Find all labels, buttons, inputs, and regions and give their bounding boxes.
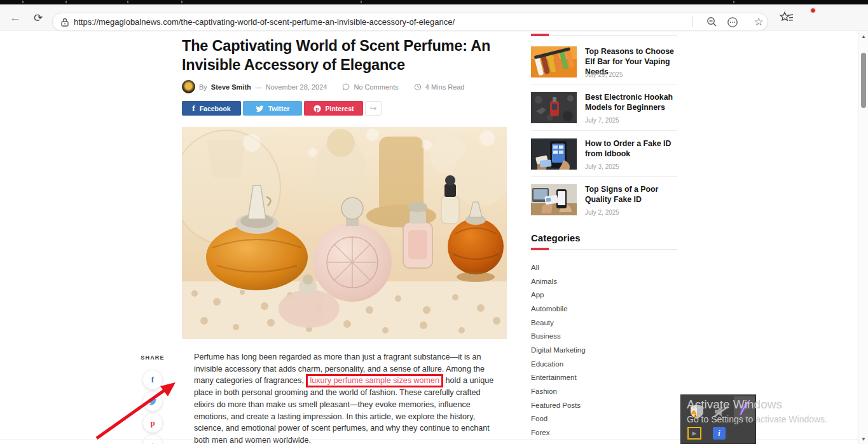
url-bar[interactable]: https://megaglobalnews.com/the-captivati… bbox=[52, 13, 768, 31]
category-link[interactable]: Automobile bbox=[531, 302, 677, 316]
browser-toolbar: ← ⟳ https://megaglobalnews.com/the-capti… bbox=[0, 4, 868, 30]
article-title: The Captivating World of Scent Perfume: … bbox=[182, 36, 503, 74]
keyword-link[interactable]: luxury perfume sample sizes women bbox=[306, 374, 443, 387]
facebook-label: Facebook bbox=[200, 105, 231, 112]
sidebar-post[interactable]: Best Electronic Hookah Models for Beginn… bbox=[531, 92, 677, 130]
post-date: July 29, 2025 bbox=[585, 71, 623, 78]
comment-bubble-icon bbox=[342, 83, 350, 91]
facebook-icon: f bbox=[192, 104, 195, 114]
read-time: 4 Mins Read bbox=[425, 83, 465, 91]
comments-count[interactable]: No Comments bbox=[354, 83, 398, 91]
urlbar-divider bbox=[692, 17, 693, 27]
favorites-hub-button[interactable] bbox=[777, 4, 796, 30]
sidebar-post[interactable]: How to Order a Fake ID from Idbook July … bbox=[531, 138, 677, 177]
post-title[interactable]: Best Electronic Hookah Models for Beginn… bbox=[585, 92, 677, 112]
sidebar-divider bbox=[531, 130, 677, 131]
sidebar-divider bbox=[531, 176, 677, 177]
category-link[interactable]: All bbox=[531, 260, 677, 274]
facebook-share-button[interactable]: f Facebook bbox=[182, 101, 241, 116]
post-title[interactable]: How to Order a Fake ID from Idbook bbox=[585, 138, 677, 159]
tab-edge-tick bbox=[361, 1, 362, 3]
post-date: July 7, 2025 bbox=[585, 117, 619, 124]
info-extension-button[interactable]: i bbox=[713, 427, 726, 440]
svg-text:p: p bbox=[315, 105, 319, 112]
category-link[interactable]: Forex bbox=[531, 426, 677, 440]
adblock-shield-icon[interactable]: ! bbox=[690, 404, 704, 419]
share-rail-facebook-button[interactable]: f bbox=[143, 370, 162, 389]
refresh-button[interactable]: ⟳ bbox=[28, 4, 48, 30]
paragraph-text-after: hold a unique place in both personal gro… bbox=[194, 376, 493, 444]
url-text: https://megaglobalnews.com/the-captivati… bbox=[74, 17, 455, 27]
post-thumbnail-idbook bbox=[531, 138, 577, 170]
clock-icon bbox=[414, 83, 422, 91]
mute-speaker-icon[interactable] bbox=[713, 405, 729, 418]
sidebar-tab-indicator bbox=[531, 34, 549, 36]
categories-underline bbox=[531, 249, 677, 250]
categories-heading: Categories bbox=[531, 232, 581, 243]
play-icon: ▶ bbox=[692, 430, 697, 436]
category-link[interactable]: Digital Marketing bbox=[531, 343, 677, 357]
sidebar-post[interactable]: Top Signs of a Poor Quality Fake ID July… bbox=[531, 184, 677, 222]
category-link[interactable]: Animals bbox=[531, 274, 677, 288]
post-date: July 3, 2025 bbox=[585, 163, 619, 170]
scroll-down-icon[interactable]: ▼ bbox=[858, 434, 868, 443]
pinterest-share-button[interactable]: p Pinterest bbox=[304, 101, 363, 116]
zoom-out-button[interactable] bbox=[703, 13, 720, 30]
sidebar-post[interactable]: Top Reasons to Choose Elf Bar for Your V… bbox=[531, 46, 677, 84]
refresh-icon: ⟳ bbox=[34, 11, 43, 24]
post-thumbnail-hookah bbox=[531, 92, 577, 123]
feather-icon bbox=[738, 399, 752, 418]
star-checklist-icon bbox=[780, 11, 794, 24]
pinterest-icon: p bbox=[313, 105, 321, 112]
category-link[interactable]: Business bbox=[531, 329, 677, 343]
category-link[interactable]: Entertainment bbox=[531, 371, 677, 385]
category-link[interactable]: Featured Posts bbox=[531, 398, 677, 412]
category-link[interactable]: Food bbox=[531, 412, 677, 426]
category-link[interactable]: Beauty bbox=[531, 316, 677, 330]
window-top-strip bbox=[0, 0, 868, 4]
back-icon: ← bbox=[10, 11, 22, 25]
categories-underline-accent bbox=[531, 248, 549, 250]
lock-icon bbox=[61, 18, 69, 27]
orange-share-icon: ● bbox=[151, 441, 155, 444]
web-page: The Captivating World of Scent Perfume: … bbox=[0, 30, 858, 444]
author-avatar[interactable] bbox=[182, 80, 195, 93]
category-link[interactable]: App bbox=[531, 288, 677, 302]
site-options-button[interactable] bbox=[724, 13, 741, 30]
article-paragraph: Perfume has long been regarded as more t… bbox=[194, 351, 498, 444]
categories-list: All Animals App Automobile Beauty Busine… bbox=[531, 260, 677, 440]
favorite-star-button[interactable]: ☆ bbox=[749, 13, 768, 30]
twitter-share-button[interactable]: Twitter bbox=[243, 101, 302, 116]
share-arrow-icon: ↪ bbox=[370, 104, 377, 113]
twitter-bird-icon bbox=[256, 105, 264, 112]
tab-edge-tick bbox=[733, 1, 734, 3]
post-thumbnail-fakeid bbox=[531, 184, 577, 215]
facebook-icon: f bbox=[151, 375, 154, 385]
star-icon: ☆ bbox=[754, 15, 763, 29]
profile-notification-dot bbox=[810, 8, 816, 13]
page-scrollbar[interactable]: ▲ ▼ bbox=[858, 30, 868, 444]
tab-edge-tick bbox=[181, 1, 183, 3]
share-rail-pinterest-button[interactable]: p bbox=[143, 414, 162, 433]
feather-extension-button[interactable] bbox=[734, 396, 755, 420]
byline-prefix: By bbox=[199, 83, 207, 91]
author-name[interactable]: Steve Smith bbox=[211, 83, 251, 91]
article-byline: By Steve Smith — November 28, 2024 No Co… bbox=[182, 80, 465, 93]
twitter-label: Twitter bbox=[268, 105, 290, 112]
back-button[interactable]: ← bbox=[5, 4, 25, 30]
tab-edge-tick bbox=[65, 1, 67, 3]
category-link[interactable]: Education bbox=[531, 357, 677, 371]
scroll-up-icon[interactable]: ▲ bbox=[858, 32, 868, 41]
post-title[interactable]: Top Signs of a Poor Quality Fake ID bbox=[585, 184, 677, 205]
share-rail-label: SHARE bbox=[138, 354, 167, 361]
circled-ellipsis-icon bbox=[727, 17, 738, 28]
share-rail-twitter-button[interactable] bbox=[143, 392, 162, 411]
category-link[interactable]: Fashion bbox=[531, 384, 677, 398]
info-icon: i bbox=[718, 429, 720, 438]
article-date: November 28, 2024 bbox=[266, 83, 327, 91]
svg-text:!: ! bbox=[695, 414, 696, 418]
zoom-out-icon bbox=[706, 17, 717, 27]
scrollbar-thumb[interactable] bbox=[861, 53, 866, 108]
more-share-button[interactable]: ↪ bbox=[365, 101, 382, 116]
play-extension-button[interactable]: ▶ bbox=[687, 427, 701, 440]
